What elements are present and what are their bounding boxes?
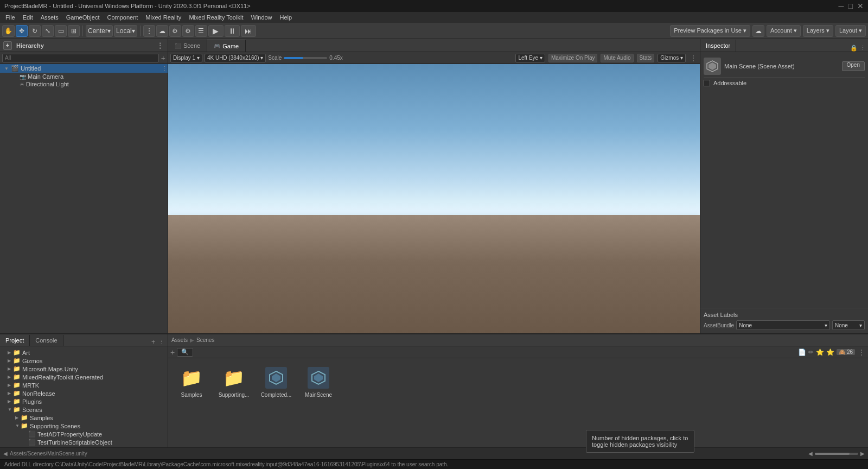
asset-icon2[interactable]: ✏ [808,348,814,356]
console-tab[interactable]: Console [30,335,63,346]
layout-dropdown[interactable]: Layout ▾ [835,25,866,37]
snap-btn[interactable]: ⋮ [143,25,155,37]
project-item-mrtk[interactable]: ▶ 📁 MRTK [0,381,168,389]
cloud-build-btn[interactable]: ⚙ [169,25,181,37]
project-item-art[interactable]: ▶ 📁 Art [0,348,168,357]
game-tab[interactable]: 🎮 Game [207,40,246,52]
project-item-supporting[interactable]: ▼ 📁 Supporting Scenes [0,422,168,430]
hierarchy-item-dirlight[interactable]: ☀ Directional Light [0,80,168,88]
scene-tab[interactable]: ⬛ Scene [168,40,207,52]
asset-label-supporting: Supporting... [219,392,250,398]
hierarchy-search[interactable] [2,54,159,62]
project-item-nonrelease[interactable]: ▶ 📁 NonRelease [0,389,168,397]
settings-btn[interactable]: ☰ [195,25,207,37]
asset-grid: 📁 Samples 📁 Supporting... Completed... [168,358,868,447]
bottom-left-add-btn[interactable]: + [151,338,158,346]
transform-tool-btn[interactable]: ⊞ [68,25,80,37]
coord-btn[interactable]: Local ▾ [114,25,137,37]
project-item-testadt[interactable]: ⬛ TestADTPropertyUpdate [0,430,168,438]
project-item-scenes[interactable]: ▼ 📁 Scenes [0,405,168,414]
project-item-plugins[interactable]: ▶ 📁 Plugins [0,397,168,405]
project-item-testturbine-so[interactable]: ⬛ TestTurbineScriptableObject [0,438,168,446]
rotate-tool-btn[interactable]: ↻ [29,25,41,37]
search-tool-btn[interactable]: ⚙ [182,25,194,37]
menu-bar: File Edit Assets GameObject Component Mi… [0,12,868,23]
addressable-checkbox[interactable] [704,80,710,86]
asset-add-btn[interactable]: + [170,348,175,357]
asset-search-box[interactable]: 🔍 [177,348,193,357]
gizmos-dropdown[interactable]: Gizmos ▾ [658,54,686,62]
collab-btn[interactable]: ☁ [156,25,168,37]
menu-mixed-reality[interactable]: Mixed Reality [142,13,184,22]
inspector-tab[interactable]: Inspector [700,40,736,52]
hierarchy-add-btn[interactable]: + [161,54,165,62]
inspector-menu-icon[interactable]: ⋮ [860,45,866,52]
hierarchy-item-options[interactable]: ⋮ [162,65,168,72]
asset-item-supporting[interactable]: 📁 Supporting... [215,363,253,400]
pkg-count-badge[interactable]: 🙈 26 [837,349,855,355]
folder-icon: 📁 [221,365,247,391]
pivot-btn[interactable]: Center ▾ [86,25,113,37]
minimize-btn[interactable]: ─ [839,2,844,10]
menu-file[interactable]: File [2,13,18,22]
asset-item-mainscene[interactable]: MainScene [299,363,337,400]
menu-help[interactable]: Help [277,13,296,22]
mute-audio-btn[interactable]: Mute Audio [601,54,633,62]
menu-assets[interactable]: Assets [37,13,62,22]
eye-dropdown[interactable]: Left Eye ▾ [515,54,545,62]
title-bar-controls[interactable]: ─ □ ✕ [839,2,864,10]
asset-item-completed[interactable]: Completed... [257,363,295,400]
hierarchy-item-untitled[interactable]: ▼ 🎬 Untitled ⋮ [0,64,168,73]
hand-tool-btn[interactable]: ✋ [2,25,15,37]
asset-item-samples[interactable]: 📁 Samples [173,363,210,400]
project-item-mrtk-gen[interactable]: ▶ 📁 MixedRealityToolkit.Generated [0,373,168,381]
inspector-lock-icon[interactable]: 🔒 [850,45,858,52]
menu-edit[interactable]: Edit [20,13,36,22]
project-tab[interactable]: Project [0,335,30,346]
breadcrumb-assets[interactable]: Assets [171,337,188,343]
scale-track[interactable] [284,57,327,59]
maximize-btn[interactable]: □ [848,2,853,10]
menu-window[interactable]: Window [247,13,275,22]
move-tool-btn[interactable]: ✥ [16,25,28,37]
rect-tool-btn[interactable]: ▭ [55,25,67,37]
project-item-samples[interactable]: ▶ 📁 Samples [0,414,168,422]
asset-browser-menu[interactable]: ⋮ [857,348,866,357]
play-btn[interactable]: ▶ [208,25,224,37]
layers-dropdown[interactable]: Layers ▾ [803,25,833,37]
menu-gameobject[interactable]: GameObject [63,13,103,22]
preview-packages-btn[interactable]: Preview Packages in Use ▾ [670,25,750,37]
bottom-left-menu-btn[interactable]: ⋮ [158,339,168,346]
display-dropdown[interactable]: Display 1 ▾ [170,54,202,62]
scene-path-prev-btn[interactable]: ◀ [3,451,8,457]
project-item-msmaps[interactable]: ▶ 📁 Microsoft.Maps.Unity [0,365,168,373]
scene-path-slider[interactable]: ◀ ▶ [808,451,865,457]
step-btn[interactable]: ⏭ [241,25,256,37]
project-item-gizmos[interactable]: ▶ 📁 Gizmos [0,357,168,365]
maximize-on-play-btn[interactable]: Maximize On Play [548,54,598,62]
unity-main-scene-icon [308,367,329,389]
resolution-dropdown[interactable]: 4K UHD (3840x2160) ▾ [205,54,266,62]
asset-icon1[interactable]: 📄 [798,348,806,356]
stats-btn[interactable]: Stats [637,54,655,62]
project-item-testturbine-wt[interactable]: ⬛ TestTurbineWindTurbine [0,446,168,447]
scale-tool-btn[interactable]: ⤡ [42,25,54,37]
add-hierarchy-btn[interactable]: + [3,41,12,50]
account-dropdown[interactable]: Account ▾ [767,25,801,37]
assetbundle-variant-dropdown[interactable]: None ▾ [832,320,865,330]
asset-icon3[interactable]: ⭐ [816,348,824,356]
assetbundle-dropdown[interactable]: None ▾ [736,320,830,330]
asset-toolbar: + 🔍 📄 ✏ ⭐ ⭐ 🙈 26 ⋮ [168,346,868,358]
open-asset-btn[interactable]: Open [842,61,865,71]
menu-mrtk[interactable]: Mixed Reality Toolkit [186,13,246,22]
hierarchy-menu-btn[interactable]: ⋮ [156,41,164,50]
hierarchy-item-maincamera[interactable]: 📷 Main Camera [0,73,168,80]
game-panel-menu[interactable]: ⋮ [689,54,698,62]
breadcrumb-scenes[interactable]: Scenes [196,337,214,343]
asset-browser-header: Assets ▶ Scenes [168,334,868,346]
menu-component[interactable]: Component [104,13,141,22]
close-btn[interactable]: ✕ [857,2,864,10]
collab-icon-btn[interactable]: ☁ [752,25,764,37]
pause-btn[interactable]: ⏸ [225,25,240,37]
asset-icon4[interactable]: ⭐ [826,348,834,356]
